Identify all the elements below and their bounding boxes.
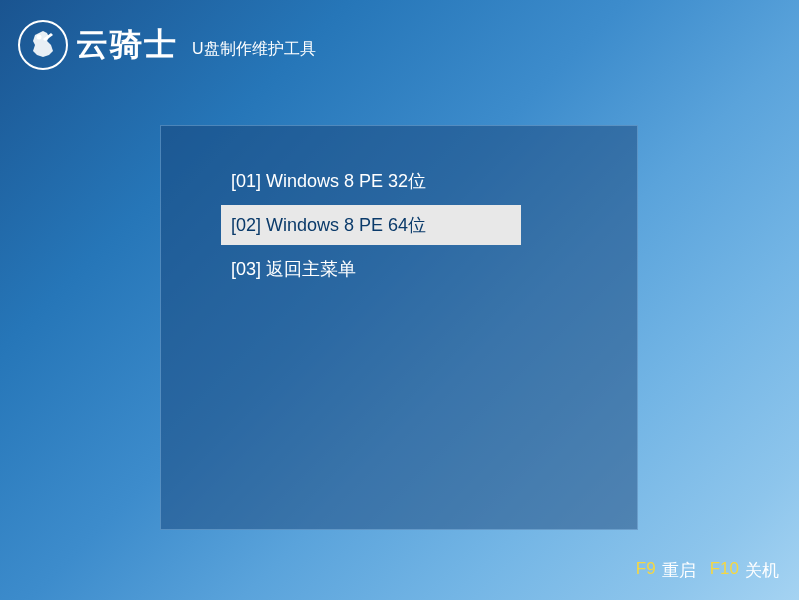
restart-hint: F9 重启	[636, 559, 696, 582]
restart-label: 重启	[662, 559, 696, 582]
shutdown-label: 关机	[745, 559, 779, 582]
menu-list: [01] Windows 8 PE 32位 [02] Windows 8 PE …	[161, 126, 637, 289]
logo-icon	[18, 20, 68, 70]
boot-menu: [01] Windows 8 PE 32位 [02] Windows 8 PE …	[160, 125, 638, 530]
menu-item-win8pe-64[interactable]: [02] Windows 8 PE 64位	[221, 205, 521, 245]
brand-name: 云骑士	[76, 23, 178, 67]
footer-hints: F9 重启 F10 关机	[636, 559, 779, 582]
header: 云骑士 U盘制作维护工具	[18, 20, 316, 70]
svg-point-0	[37, 35, 42, 40]
menu-item-return[interactable]: [03] 返回主菜单	[221, 249, 521, 289]
subtitle: U盘制作维护工具	[192, 39, 316, 60]
restart-key: F9	[636, 559, 656, 582]
shutdown-key: F10	[710, 559, 739, 582]
menu-item-win8pe-32[interactable]: [01] Windows 8 PE 32位	[221, 161, 521, 201]
shutdown-hint: F10 关机	[710, 559, 779, 582]
